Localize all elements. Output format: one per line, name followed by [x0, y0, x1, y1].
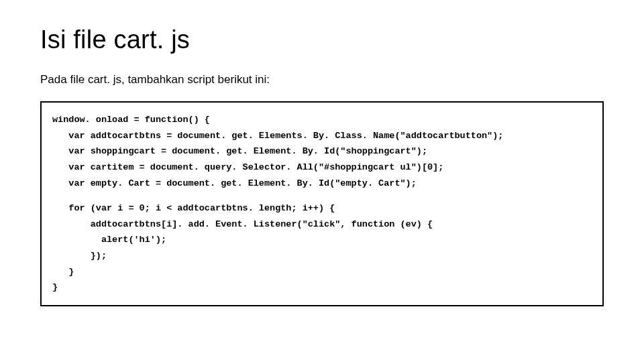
code-line: addtocartbtns[i]. add. Event. Listener("…: [52, 217, 592, 233]
code-line: });: [52, 248, 592, 264]
subtitle-text: Pada file cart. js, tambahkan script ber…: [40, 73, 604, 86]
code-line: }: [52, 280, 592, 296]
slide: Isi file cart. js Pada file cart. js, ta…: [0, 0, 644, 362]
code-line: var empty. Cart = document. get. Element…: [52, 176, 592, 192]
code-block: window. onload = function() { var addtoc…: [40, 101, 604, 306]
page-title: Isi file cart. js: [40, 25, 604, 54]
blank-line: [52, 191, 592, 200]
code-line: var cartitem = document. query. Selector…: [52, 160, 592, 176]
code-line: }: [52, 264, 592, 280]
code-line: var shoppingcart = document. get. Elemen…: [52, 143, 592, 160]
code-line: for (var i = 0; i < addtocartbtns. lengt…: [52, 200, 592, 217]
code-line: window. onload = function() {: [52, 112, 592, 128]
code-line: alert('hi');: [52, 232, 592, 248]
code-line: var addtocartbtns = document. get. Eleme…: [52, 128, 592, 144]
